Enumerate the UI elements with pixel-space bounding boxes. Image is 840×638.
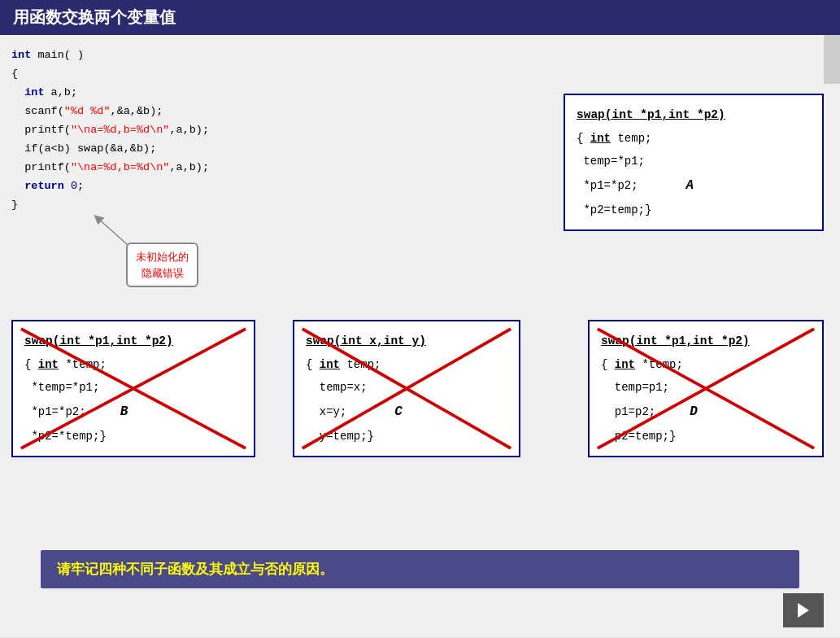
box-b: swap(int *p1,int *p2) { int *temp; *temp… (11, 320, 255, 457)
box-d: swap(int *p1,int *p2) { int *temp; temp=… (588, 320, 824, 457)
bottom-text: 请牢记四种不同子函数及其成立与否的原因。 (57, 562, 333, 577)
svg-marker-7 (798, 603, 809, 618)
main-code: int main( ) { int a,b; scanf("%d %d",&a,… (11, 46, 209, 214)
title-text: 用函数交换两个变量值 (13, 8, 176, 26)
tooltip-bubble: 未初始化的 隐藏错误 (126, 243, 198, 287)
next-button[interactable] (783, 593, 824, 627)
title-bar: 用函数交换两个变量值 (0, 0, 840, 35)
box-c: swap(int x,int y) { int temp; temp=x; x=… (293, 320, 520, 457)
main-content: int main( ) { int a,b; scanf("%d %d",&a,… (0, 35, 840, 637)
box-a: swap(int *p1,int *p2) { int temp; temp=*… (564, 94, 824, 231)
scrollbar[interactable] (824, 35, 840, 84)
bottom-bar: 请牢记四种不同子函数及其成立与否的原因。 (41, 550, 799, 588)
